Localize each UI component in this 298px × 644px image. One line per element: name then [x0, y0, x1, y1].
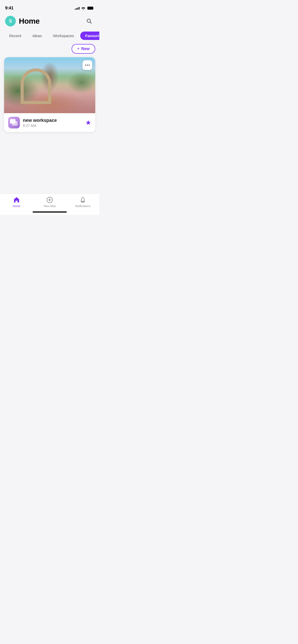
card-arch-decoration	[21, 68, 51, 104]
workspace-icon	[8, 117, 20, 128]
card-name: new workspace	[23, 118, 57, 123]
card-info: new workspace 8:27 AM ★	[4, 113, 95, 132]
new-button[interactable]: + New	[72, 44, 95, 54]
tab-favourites[interactable]: Favourites	[80, 32, 100, 40]
star-icon: ★	[85, 119, 91, 126]
workspace-card[interactable]: new workspace 8:27 AM ★	[4, 57, 95, 132]
page-title: Home	[19, 17, 39, 25]
avatar[interactable]: S	[5, 16, 16, 26]
new-btn-row: + New	[4, 44, 95, 54]
workspace-icon-card2	[12, 121, 18, 126]
status-time: 9:41	[5, 6, 13, 11]
tab-ideas[interactable]: Ideas	[28, 32, 47, 40]
card-image	[4, 57, 95, 113]
status-icons	[75, 6, 94, 10]
card-text: new workspace 8:27 AM	[23, 118, 57, 128]
search-button[interactable]	[84, 16, 94, 26]
tab-bar-label-notifications: Notifications	[75, 204, 90, 208]
notifications-icon	[79, 196, 86, 203]
more-options-button[interactable]	[83, 60, 92, 70]
search-icon	[86, 18, 92, 24]
header: S Home	[0, 13, 99, 30]
three-dots-icon	[85, 65, 90, 66]
header-left: S Home	[5, 16, 39, 26]
svg-rect-1	[88, 7, 93, 10]
tab-recent[interactable]: Recent	[4, 32, 26, 40]
tab-bar-label-new-idea: New Idea	[44, 204, 56, 208]
tab-bar-item-notifications[interactable]: Notifications	[66, 196, 99, 208]
new-idea-icon	[46, 196, 53, 203]
battery-icon	[87, 6, 94, 10]
workspace-icon-inner	[10, 119, 18, 126]
content-area: + New	[0, 40, 99, 132]
tab-bar-item-home[interactable]: Home	[0, 196, 33, 208]
card-time: 8:27 AM	[23, 124, 57, 128]
status-bar: 9:41	[0, 0, 99, 13]
signal-icon	[75, 7, 79, 10]
plus-icon: +	[77, 47, 80, 51]
card-info-left: new workspace 8:27 AM	[8, 117, 57, 128]
wifi-icon	[81, 7, 86, 10]
star-button[interactable]: ★	[85, 119, 91, 127]
tab-bar-item-new-idea[interactable]: New Idea	[33, 196, 66, 208]
home-icon	[13, 196, 20, 203]
tab-workspaces[interactable]: Workspaces	[48, 32, 79, 40]
tab-bar-label-home: Home	[13, 204, 20, 208]
home-indicator	[33, 211, 67, 213]
tabs-container: Recent Ideas Workspaces Favourites	[0, 30, 99, 40]
